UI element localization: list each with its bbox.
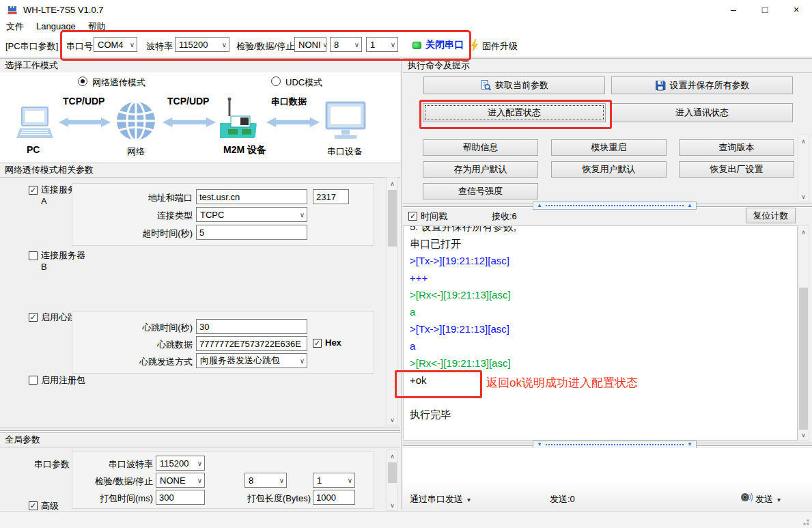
- menu-file[interactable]: 文件: [0, 19, 30, 34]
- scroll-up-icon[interactable]: [387, 178, 397, 189]
- log-line: >[Tx->][19:21:13][asc]: [404, 320, 797, 337]
- scroll-down-icon[interactable]: [387, 415, 397, 425]
- commands-header: 执行命令及提示: [403, 58, 812, 73]
- close-serial-button[interactable]: 关闭串口: [425, 39, 464, 51]
- scrollbar-thumb[interactable]: [388, 190, 397, 247]
- conn-type-select[interactable]: TCPC: [196, 207, 307, 222]
- radio-udc-label[interactable]: UDC模式: [285, 77, 322, 89]
- work-mode-header: 选择工作模式: [0, 58, 400, 73]
- arrow-left-right-icon: [266, 113, 320, 131]
- log-line: 5. 设置并保存所有参数;: [404, 225, 797, 235]
- baud-rate-select[interactable]: 115200: [175, 37, 229, 52]
- log-line: >[Tx->][19:21:12][asc]: [404, 252, 797, 269]
- minimize-button[interactable]: –: [718, 0, 749, 19]
- scrollbar-thumb[interactable]: [799, 288, 808, 430]
- register-checkbox[interactable]: [29, 376, 38, 385]
- firmware-upgrade-button[interactable]: 固件升级: [482, 40, 518, 53]
- send-via-serial-select[interactable]: 通过串口发送: [410, 493, 471, 505]
- speaker-icon: [740, 491, 753, 503]
- radio-transparent-label[interactable]: 网络透传模式: [92, 77, 145, 89]
- factory-reset-button[interactable]: 恢复出厂设置: [679, 161, 794, 178]
- menu-language[interactable]: Language: [30, 19, 82, 34]
- timestamp-label[interactable]: 时间戳: [421, 210, 447, 223]
- enter-config-button[interactable]: 进入配置状态: [423, 103, 606, 122]
- global-stopbits-select[interactable]: 1: [313, 473, 355, 488]
- parity-select[interactable]: NONI: [294, 37, 326, 52]
- scroll-up-icon[interactable]: [798, 136, 809, 146]
- splitter-dots: [546, 205, 684, 206]
- hb-data-input[interactable]: 7777772E7573722E636E: [196, 336, 307, 351]
- scroll-up-icon[interactable]: [798, 227, 809, 237]
- serial-params-label: 串口参数: [14, 458, 70, 471]
- scrollbar-thumb[interactable]: [388, 462, 397, 483]
- server-b-checkbox[interactable]: [29, 251, 38, 260]
- scroll-down-icon[interactable]: [387, 500, 397, 510]
- register-label[interactable]: 启用注册包: [41, 374, 85, 387]
- server-port-input[interactable]: 2317: [313, 189, 349, 204]
- databits-select[interactable]: 8: [330, 37, 362, 52]
- resize-grip[interactable]: [802, 518, 810, 526]
- scroll-down-icon[interactable]: [798, 430, 809, 440]
- reset-count-button[interactable]: 复位计数: [746, 208, 796, 223]
- advanced-checkbox[interactable]: [29, 501, 38, 510]
- menu-help[interactable]: 帮助: [82, 19, 112, 34]
- module-reboot-button[interactable]: 模块重启: [551, 139, 667, 156]
- global-baud-select[interactable]: 115200: [156, 456, 205, 471]
- packtime-label: 打包时间(ms): [82, 492, 153, 505]
- radio-transparent-mode[interactable]: [78, 77, 87, 86]
- window-title: WH-LTE-7S5 V1.0.7: [23, 5, 104, 15]
- log-top-splitter-handle[interactable]: ▲ ▲: [533, 202, 697, 210]
- left-splitter[interactable]: [0, 427, 400, 432]
- hb-mode-select[interactable]: 向服务器发送心跳包: [196, 353, 307, 368]
- enter-comm-button[interactable]: 进入通讯状态: [611, 103, 793, 122]
- log-scrollbar[interactable]: [798, 225, 809, 441]
- com-port-select[interactable]: COM4: [94, 37, 137, 52]
- heartbeat-checkbox[interactable]: [29, 313, 38, 322]
- server-address-input[interactable]: test.usr.cn: [196, 189, 307, 204]
- query-version-button[interactable]: 查询版本: [679, 139, 794, 156]
- hb-time-input[interactable]: 30: [196, 319, 307, 334]
- packtime-input[interactable]: 300: [156, 490, 205, 505]
- save-user-default-button[interactable]: 存为用户默认: [423, 161, 538, 178]
- maximize-button[interactable]: □: [749, 0, 781, 19]
- scroll-up-icon[interactable]: [387, 451, 397, 461]
- m2m-node-label: M2M 设备: [223, 144, 266, 156]
- global-baud-label: 串口波特率: [82, 458, 153, 471]
- get-params-button[interactable]: 获取当前参数: [423, 77, 605, 94]
- serial-node-label: 串口设备: [327, 145, 363, 158]
- global-parity-select[interactable]: NONE: [156, 473, 205, 488]
- global-params-scrollbar[interactable]: [387, 449, 398, 511]
- net-params-scrollbar[interactable]: [387, 177, 398, 426]
- close-button[interactable]: ×: [781, 0, 812, 19]
- link3-label: 串口数据: [271, 96, 307, 108]
- collapse-up-icon: ▲: [687, 203, 692, 208]
- network-node-label: 网络: [127, 145, 145, 158]
- scroll-down-icon[interactable]: [798, 191, 809, 202]
- commands-scrollbar[interactable]: [798, 135, 809, 202]
- help-info-button[interactable]: 帮助信息: [423, 139, 538, 156]
- hex-checkbox[interactable]: [313, 339, 322, 348]
- log-line: +++: [404, 269, 797, 286]
- timeout-input[interactable]: 5: [196, 225, 307, 240]
- log-line: a: [404, 337, 797, 355]
- server-a-checkbox[interactable]: [29, 186, 38, 195]
- hex-label[interactable]: Hex: [325, 337, 341, 348]
- parity-data-stop-label: 检验/数据/停止: [236, 40, 294, 53]
- set-save-params-button[interactable]: 设置并保存所有参数: [611, 77, 793, 94]
- server-b-label[interactable]: 连接服务器 B: [41, 249, 85, 272]
- stopbits-select[interactable]: 1: [366, 37, 398, 52]
- timestamp-checkbox[interactable]: [408, 212, 417, 221]
- arrow-left-right-icon: [59, 113, 111, 131]
- log-area[interactable]: 5. 设置并保存所有参数;串口已打开>[Tx->][19:21:12][asc]…: [403, 225, 798, 441]
- signal-strength-button[interactable]: 查信号强度: [423, 183, 538, 199]
- pc-icon: [16, 107, 53, 142]
- restore-user-default-button[interactable]: 恢复用户默认: [551, 161, 667, 178]
- send-button[interactable]: 发送: [755, 493, 781, 505]
- log-line: >[Rx<-][19:21:13][asc]: [404, 286, 797, 303]
- packlen-input[interactable]: 1000: [313, 490, 355, 505]
- radio-udc-mode[interactable]: [271, 77, 281, 86]
- global-databits-select[interactable]: 8: [244, 473, 287, 488]
- addr-port-label: 地址和端口: [102, 192, 193, 204]
- save-icon: [655, 80, 666, 91]
- conn-type-label: 连接类型: [102, 210, 193, 222]
